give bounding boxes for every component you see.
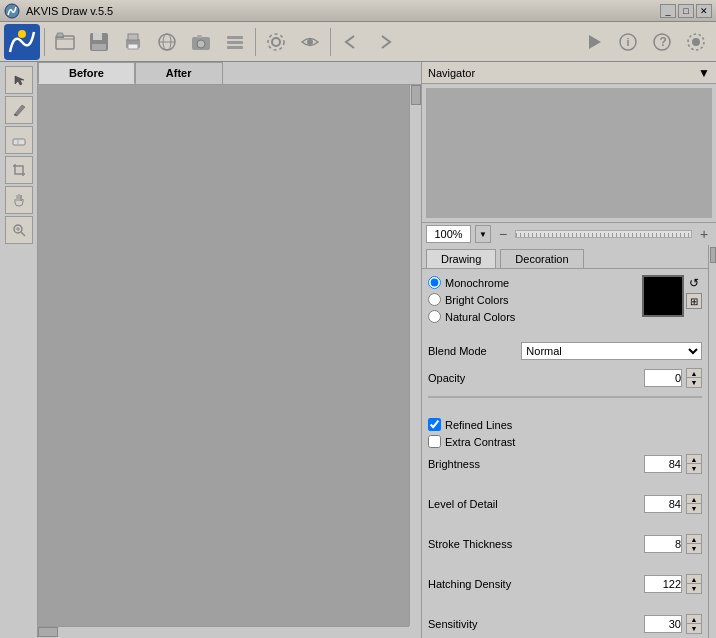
settings-button[interactable] bbox=[260, 26, 292, 58]
brightness-input[interactable] bbox=[644, 455, 682, 473]
brightness-down[interactable]: ▼ bbox=[687, 464, 701, 473]
play-button[interactable] bbox=[578, 26, 610, 58]
save-icon bbox=[88, 31, 110, 53]
radio-monochrome[interactable]: Monochrome bbox=[428, 276, 515, 289]
crop-tool-button[interactable] bbox=[5, 156, 33, 184]
select-icon bbox=[11, 72, 27, 88]
preferences-button[interactable] bbox=[680, 26, 712, 58]
svg-rect-10 bbox=[128, 34, 138, 40]
close-button[interactable]: ✕ bbox=[696, 4, 712, 18]
level-detail-spinner[interactable]: ▲ ▼ bbox=[686, 494, 702, 514]
opacity-input[interactable] bbox=[644, 369, 682, 387]
extra-contrast-checkbox[interactable] bbox=[428, 435, 441, 448]
select-tool-button[interactable] bbox=[5, 66, 33, 94]
hatching-density-input[interactable] bbox=[644, 575, 682, 593]
tab-after[interactable]: After bbox=[135, 62, 223, 84]
radio-bright-input[interactable] bbox=[428, 293, 441, 306]
tab-before[interactable]: Before bbox=[38, 62, 135, 84]
swatch-copy-button[interactable]: ⊞ bbox=[686, 293, 702, 309]
help-button[interactable]: ? bbox=[646, 26, 678, 58]
level-detail-up[interactable]: ▲ bbox=[687, 495, 701, 504]
opacity-slider[interactable] bbox=[428, 396, 702, 398]
web-button[interactable] bbox=[151, 26, 183, 58]
eye-icon bbox=[299, 31, 321, 53]
zoom-in-button[interactable]: + bbox=[696, 226, 712, 242]
radio-natural-input[interactable] bbox=[428, 310, 441, 323]
back-button[interactable] bbox=[335, 26, 367, 58]
eye-button[interactable] bbox=[294, 26, 326, 58]
stroke-thickness-up[interactable]: ▲ bbox=[687, 535, 701, 544]
toolbar: i ? bbox=[0, 22, 716, 62]
zoom-input[interactable] bbox=[426, 225, 471, 243]
color-swatch[interactable] bbox=[642, 275, 684, 317]
radio-bright[interactable]: Bright Colors bbox=[428, 293, 515, 306]
extra-contrast-row: Extra Contrast bbox=[428, 435, 702, 448]
print-button[interactable] bbox=[117, 26, 149, 58]
blend-mode-label: Blend Mode bbox=[428, 345, 517, 357]
opacity-row: Opacity ▲ ▼ bbox=[428, 368, 702, 388]
toolbar-sep-1 bbox=[44, 28, 45, 56]
info-button[interactable]: i bbox=[612, 26, 644, 58]
stroke-thickness-down[interactable]: ▼ bbox=[687, 544, 701, 553]
svg-point-21 bbox=[272, 38, 280, 46]
title-bar: AKVIS Draw v.5.5 _ □ ✕ bbox=[0, 0, 716, 22]
radio-bright-label: Bright Colors bbox=[445, 294, 509, 306]
right-panel-scrollbar[interactable] bbox=[708, 245, 716, 638]
svg-rect-5 bbox=[57, 33, 63, 37]
radio-monochrome-input[interactable] bbox=[428, 276, 441, 289]
zoom-out-button[interactable]: − bbox=[495, 226, 511, 242]
layers-icon bbox=[224, 31, 246, 53]
app-icon bbox=[4, 3, 20, 19]
eraser-tool-button[interactable] bbox=[5, 126, 33, 154]
opacity-spinner[interactable]: ▲ ▼ bbox=[686, 368, 702, 388]
svg-rect-20 bbox=[227, 46, 243, 49]
open-file-button[interactable] bbox=[49, 26, 81, 58]
h-scrollbar[interactable] bbox=[38, 626, 409, 638]
blend-mode-select[interactable]: Normal Multiply Screen Overlay bbox=[521, 342, 702, 360]
stroke-thickness-input[interactable] bbox=[644, 535, 682, 553]
brightness-up[interactable]: ▲ bbox=[687, 455, 701, 464]
brightness-spinner[interactable]: ▲ ▼ bbox=[686, 454, 702, 474]
tab-decoration[interactable]: Decoration bbox=[500, 249, 583, 268]
swatch-refresh-button[interactable]: ↺ bbox=[686, 275, 702, 291]
info-icon: i bbox=[617, 31, 639, 53]
stroke-thickness-spinner[interactable]: ▲ ▼ bbox=[686, 534, 702, 554]
canvas-content[interactable] bbox=[38, 85, 409, 626]
radio-natural-label: Natural Colors bbox=[445, 311, 515, 323]
hatching-density-down[interactable]: ▼ bbox=[687, 584, 701, 593]
zoom-tool-button[interactable] bbox=[5, 216, 33, 244]
maximize-button[interactable]: □ bbox=[678, 4, 694, 18]
app-logo bbox=[4, 24, 40, 60]
hand-tool-button[interactable] bbox=[5, 186, 33, 214]
svg-point-16 bbox=[197, 40, 205, 48]
navigator-collapse-icon[interactable]: ▼ bbox=[698, 66, 710, 80]
level-detail-down[interactable]: ▼ bbox=[687, 504, 701, 513]
save-button[interactable] bbox=[83, 26, 115, 58]
panel-content: Monochrome Bright Colors Natural Colors bbox=[422, 269, 708, 638]
title-text: AKVIS Draw v.5.5 bbox=[26, 5, 113, 17]
hatching-density-up[interactable]: ▲ bbox=[687, 575, 701, 584]
main-area: Before After Navigator ▼ ▼ − bbox=[0, 62, 716, 638]
v-scrollbar[interactable] bbox=[409, 85, 421, 626]
zoom-slider[interactable] bbox=[515, 230, 692, 238]
hatching-density-spinner[interactable]: ▲ ▼ bbox=[686, 574, 702, 594]
brush-tool-button[interactable] bbox=[5, 96, 33, 124]
sensitivity-down[interactable]: ▼ bbox=[687, 624, 701, 633]
toolbar-sep-3 bbox=[330, 28, 331, 56]
sensitivity-up[interactable]: ▲ bbox=[687, 615, 701, 624]
forward-button[interactable] bbox=[369, 26, 401, 58]
radio-natural[interactable]: Natural Colors bbox=[428, 310, 515, 323]
photo-button[interactable] bbox=[185, 26, 217, 58]
opacity-up[interactable]: ▲ bbox=[687, 369, 701, 378]
sensitivity-row: Sensitivity ▲ ▼ bbox=[428, 614, 702, 634]
sensitivity-input[interactable] bbox=[644, 615, 682, 633]
tab-drawing[interactable]: Drawing bbox=[426, 249, 496, 268]
opacity-down[interactable]: ▼ bbox=[687, 378, 701, 387]
sensitivity-spinner[interactable]: ▲ ▼ bbox=[686, 614, 702, 634]
minimize-button[interactable]: _ bbox=[660, 4, 676, 18]
svg-point-2 bbox=[18, 30, 26, 38]
layers-button[interactable] bbox=[219, 26, 251, 58]
zoom-dropdown[interactable]: ▼ bbox=[475, 225, 491, 243]
refined-lines-checkbox[interactable] bbox=[428, 418, 441, 431]
level-detail-input[interactable] bbox=[644, 495, 682, 513]
